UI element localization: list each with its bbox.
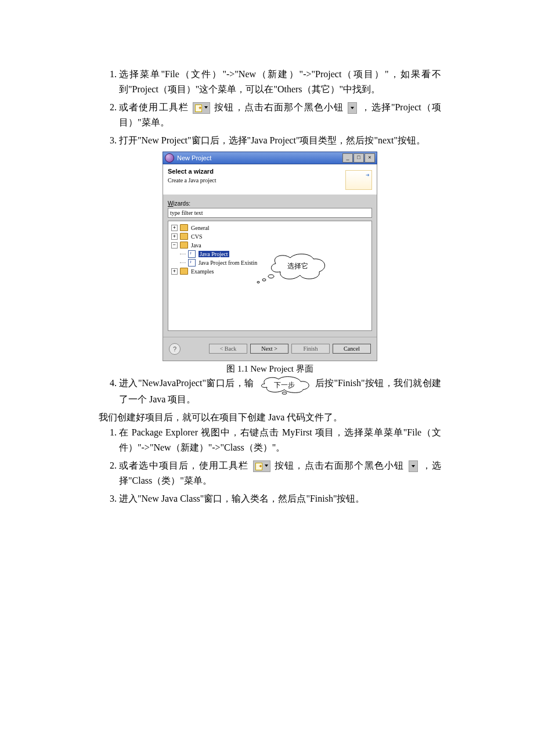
dropdown-arrow-icon bbox=[409, 460, 418, 472]
paragraph-after: 我们创建好项目后，就可以在项目下创建 Java 代码文件了。 bbox=[99, 410, 441, 425]
svg-point-3 bbox=[282, 392, 287, 394]
svg-point-0 bbox=[268, 275, 274, 278]
eclipse-icon bbox=[165, 153, 174, 163]
cloud2-text: 下一步 bbox=[274, 380, 295, 391]
text: 按钮，点击右面那个黑色小钮 bbox=[214, 102, 344, 112]
figure-caption: 图 1.1 New Project 界面 bbox=[99, 363, 441, 375]
list3-item3: 进入"New Java Class"窗口，输入类名，然后点"Finish"按钮。 bbox=[119, 491, 441, 506]
text: 或者使用工具栏 bbox=[119, 102, 189, 112]
text: 按钮，点击右面那个黑色小钮 bbox=[275, 460, 405, 470]
instruction-list-2: 在 Package Explorer 视图中，右键点击 MyFirst 项目，选… bbox=[104, 425, 441, 506]
wizards-label: Wizards: bbox=[168, 200, 372, 207]
button-bar: ? < Back Next > Finish Cancel bbox=[163, 337, 377, 361]
tree-item-general[interactable]: +General bbox=[171, 224, 369, 232]
svg-point-2 bbox=[257, 281, 259, 283]
dialog-header: Select a wizard Create a Java project bbox=[163, 164, 377, 195]
tree-item-cvs[interactable]: +CVS bbox=[171, 232, 369, 241]
list1-item2: 或者使用工具栏 ✦ 按钮，点击右面那个黑色小钮 ，选择"Project（项目）"… bbox=[119, 100, 441, 131]
close-button[interactable]: × bbox=[365, 153, 375, 163]
callout-cloud: 选择它 bbox=[258, 252, 334, 280]
list1-item1: 选择菜单"File（文件）"->"New（新建）"->"Project（项目）"… bbox=[119, 67, 441, 98]
window-title: New Project bbox=[177, 154, 211, 161]
back-button[interactable]: < Back bbox=[209, 344, 247, 354]
wizard-icon bbox=[345, 170, 372, 190]
tree-item-java[interactable]: −Java bbox=[171, 241, 369, 250]
header-title: Select a wizard bbox=[168, 168, 345, 175]
instruction-list-1-cont: 进入"NewJavaProject"窗口后，输 下一步 后按"Finish"按钮… bbox=[104, 376, 441, 408]
cloud-text: 选择它 bbox=[287, 261, 308, 271]
finish-button[interactable]: Finish bbox=[291, 344, 330, 354]
help-button[interactable]: ? bbox=[169, 343, 181, 355]
text: 或者选中项目后，使用工具栏 bbox=[119, 460, 249, 470]
list1-item4: 进入"NewJavaProject"窗口后，输 下一步 后按"Finish"按钮… bbox=[119, 376, 441, 408]
list3-item1: 在 Package Explorer 视图中，右键点击 MyFirst 项目，选… bbox=[119, 425, 441, 456]
cancel-button[interactable]: Cancel bbox=[333, 344, 371, 354]
dropdown-arrow-icon bbox=[348, 102, 357, 114]
new-project-dialog: New Project _ □ × Select a wizard Create… bbox=[163, 152, 377, 361]
minimize-button[interactable]: _ bbox=[342, 153, 353, 163]
instruction-list-1: 选择菜单"File（文件）"->"New（新建）"->"Project（项目）"… bbox=[104, 67, 441, 148]
header-subtitle: Create a Java project bbox=[168, 177, 345, 183]
maximize-button[interactable]: □ bbox=[353, 153, 364, 163]
toolbar-new-dropdown-icon: ✦ bbox=[193, 102, 210, 114]
list3-item2: 或者选中项目后，使用工具栏 ✦ 按钮，点击右面那个黑色小钮 ，选择"Class（… bbox=[119, 458, 441, 489]
wizard-tree[interactable]: +General +CVS −Java Java Project Java Pr… bbox=[168, 221, 372, 331]
next-button[interactable]: Next > bbox=[250, 344, 288, 354]
filter-input[interactable] bbox=[168, 208, 372, 218]
svg-point-1 bbox=[262, 279, 266, 281]
text: 进入"NewJavaProject"窗口后，输 bbox=[119, 378, 254, 388]
callout-cloud-2: 下一步 bbox=[258, 376, 311, 392]
toolbar-new-dropdown-icon: ✦ bbox=[253, 460, 270, 472]
titlebar: New Project _ □ × bbox=[163, 152, 377, 164]
list1-item3: 打开"New Project"窗口后，选择"Java Project"项目类型，… bbox=[119, 133, 441, 148]
